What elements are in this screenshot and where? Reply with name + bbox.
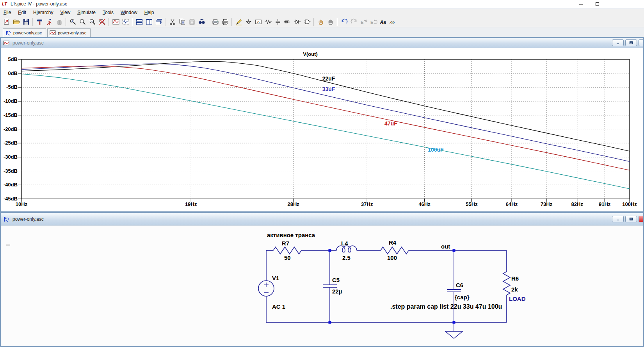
toolbar-inductor-button[interactable] xyxy=(283,17,292,27)
annotation-text[interactable]: активное транса xyxy=(267,232,315,238)
toolbar-schematic-view-button[interactable] xyxy=(121,17,130,27)
waveform-minimize-button[interactable] xyxy=(612,39,624,46)
y-axis-label: -25dB xyxy=(4,140,18,146)
wire-junction-node xyxy=(329,249,331,252)
load-label[interactable]: LOAD xyxy=(509,295,526,302)
toolbar-resistor-button[interactable] xyxy=(263,17,273,27)
component-value-V1[interactable]: AC 1 xyxy=(272,303,285,310)
maximize-button[interactable] xyxy=(589,0,605,8)
component-value-C6[interactable]: {cap} xyxy=(455,294,470,300)
toolbar-label-net-button[interactable]: A xyxy=(253,17,263,27)
component-name-V1[interactable]: V1 xyxy=(272,275,279,281)
component-name-C5[interactable]: C5 xyxy=(332,277,340,283)
toolbar-open-button[interactable] xyxy=(11,17,21,27)
toolbar-cascade-button[interactable] xyxy=(154,17,164,27)
component-name-R4[interactable]: R4 xyxy=(389,239,397,246)
component-name-C6[interactable]: C6 xyxy=(456,282,463,288)
toolbar-waveform-view-button[interactable] xyxy=(111,17,121,27)
toolbar-tile-vertical-button[interactable] xyxy=(144,17,154,27)
minimize-button[interactable] xyxy=(573,0,589,8)
component-value-L4[interactable]: 2.5 xyxy=(342,254,350,261)
toolbar-print-button[interactable] xyxy=(220,17,230,27)
close-icon xyxy=(642,41,644,45)
schematic-close-button[interactable] xyxy=(639,216,644,222)
toolbar-find-button[interactable] xyxy=(197,17,206,27)
toolbar-copy-button[interactable] xyxy=(177,17,187,27)
schematic-canvas[interactable]: активное трансаout.step param cap list 2… xyxy=(0,225,644,347)
schematic-window-title: power-only.asc xyxy=(12,216,44,222)
window-title: LTspice IV - power-only.asc xyxy=(11,1,67,7)
zoom-in-icon xyxy=(69,18,77,26)
schematic-icon xyxy=(5,30,11,36)
toolbar-control-panel-button[interactable] xyxy=(35,17,44,27)
toolbar-zoom-out-button[interactable] xyxy=(87,17,97,27)
drag-icon xyxy=(327,18,334,26)
component-value-R4[interactable]: 100 xyxy=(387,254,397,261)
toolbar-wire-button[interactable] xyxy=(234,17,244,27)
rotate-icon: E xyxy=(370,18,377,26)
toolbar-separator xyxy=(66,18,66,26)
toolbar-undo-button[interactable] xyxy=(339,17,349,27)
y-axis-label: -40dB xyxy=(4,182,18,188)
menu-hierarchy[interactable]: Hierarchy xyxy=(30,9,57,16)
component-value-C5[interactable]: 22µ xyxy=(332,288,342,295)
toolbar-separator xyxy=(109,18,109,26)
plot-background xyxy=(0,48,644,211)
open-icon xyxy=(12,18,20,26)
text-icon: Aa xyxy=(379,18,387,26)
menu-tools[interactable]: Tools xyxy=(99,9,117,16)
toolbar-zoom-full-button[interactable] xyxy=(97,17,107,27)
toolbar-drag-button[interactable] xyxy=(326,17,335,27)
toolbar-separator xyxy=(208,18,209,26)
svg-text:E: E xyxy=(361,20,363,24)
control-panel-icon xyxy=(36,18,44,26)
toolbar-spice-directive-button[interactable]: .op xyxy=(388,17,398,27)
toolbar-component-button[interactable] xyxy=(302,17,312,27)
component-value-R6[interactable]: 2k xyxy=(511,286,518,293)
toolbar-zoom-in-button[interactable] xyxy=(68,17,78,27)
toolbar: AEEAa.op xyxy=(0,16,644,27)
toolbar-redo-button xyxy=(349,17,359,27)
schematic-restore-button[interactable] xyxy=(625,216,637,222)
menu-edit[interactable]: Edit xyxy=(14,9,30,16)
y-axis-label: 5dB xyxy=(8,56,18,62)
toolbar-save-button[interactable] xyxy=(21,17,31,27)
menu-window[interactable]: Window xyxy=(117,9,141,16)
new-schematic-icon xyxy=(3,18,11,26)
spice-directive-text[interactable]: .step param cap list 22u 33u 47u 100u xyxy=(390,303,502,310)
component-name-R6[interactable]: R6 xyxy=(511,275,519,282)
toolbar-text-button[interactable]: Aa xyxy=(378,17,388,27)
menu-help[interactable]: Help xyxy=(141,9,158,16)
toolbar-print-setup-button[interactable] xyxy=(210,17,220,27)
toolbar-run-button[interactable] xyxy=(44,17,54,27)
waveform-plot-canvas[interactable]: V(out)10Hz19Hz28Hz37Hz46Hz55Hz64Hz73Hz82… xyxy=(0,48,644,211)
component-name-L4[interactable]: L4 xyxy=(341,240,348,247)
toolbar-tile-horizontal-button[interactable] xyxy=(134,17,144,27)
waveform-close-button[interactable] xyxy=(639,39,644,46)
toolbar-zoom-pan-button[interactable] xyxy=(78,17,87,27)
toolbar-new-schematic-button[interactable] xyxy=(2,17,11,27)
toolbar-move-button[interactable] xyxy=(316,17,326,27)
tab-waveform-power-only.asc[interactable]: power-only.asc xyxy=(47,28,91,37)
mirror-icon: E xyxy=(360,18,368,26)
waveform-restore-button[interactable] xyxy=(625,39,637,46)
toolbar-capacitor-button[interactable] xyxy=(273,17,283,27)
wire-junction-node xyxy=(329,321,331,324)
toolbar-ground-button[interactable] xyxy=(244,17,253,27)
x-axis-label: 91Hz xyxy=(599,201,611,207)
toolbar-halt-button xyxy=(54,17,64,27)
component-value-R7[interactable]: 50 xyxy=(284,254,291,261)
toolbar-diode-button[interactable] xyxy=(292,17,302,27)
component-name-R7[interactable]: R7 xyxy=(282,240,289,247)
net-label-out[interactable]: out xyxy=(441,243,450,250)
tab-schematic-power-only.asc[interactable]: power-only.asc xyxy=(3,28,46,37)
menu-view[interactable]: View xyxy=(57,9,74,16)
menu-simulate[interactable]: Simulate xyxy=(74,9,99,16)
waveform-window: power-only.asc V(out)10Hz19Hz28Hz37Hz46H… xyxy=(0,37,644,212)
menu-file[interactable]: File xyxy=(0,9,14,16)
find-icon xyxy=(198,18,206,26)
schematic-minimize-button[interactable] xyxy=(612,216,624,222)
trace-label-33uF: 33uF xyxy=(322,86,335,92)
toolbar-cut-button[interactable] xyxy=(167,17,177,27)
move-icon xyxy=(317,18,325,26)
